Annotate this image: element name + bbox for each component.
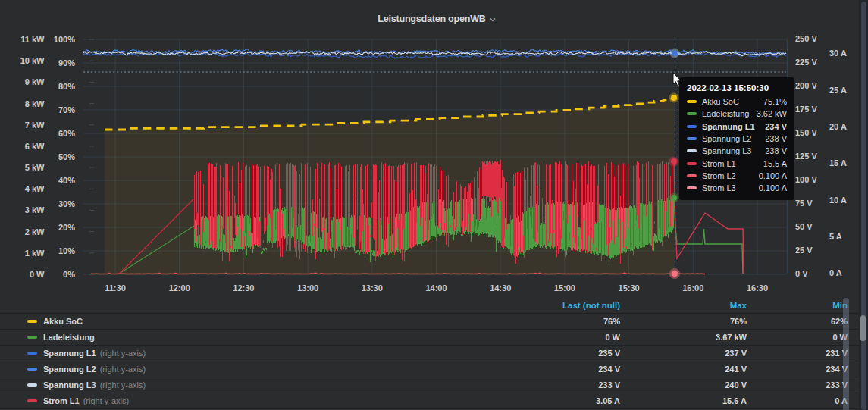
svg-text:5 A: 5 A bbox=[829, 232, 842, 241]
svg-text:0 A: 0 A bbox=[829, 268, 842, 277]
svg-text:13:30: 13:30 bbox=[362, 283, 383, 293]
svg-text:1 kW: 1 kW bbox=[25, 249, 45, 258]
svg-text:20%: 20% bbox=[58, 223, 75, 232]
svg-text:40%: 40% bbox=[58, 176, 75, 185]
svg-text:16:00: 16:00 bbox=[682, 283, 703, 293]
svg-text:11:30: 11:30 bbox=[105, 283, 126, 293]
svg-text:80%: 80% bbox=[58, 82, 75, 91]
svg-text:7 kW: 7 kW bbox=[25, 120, 45, 130]
svg-text:200 V: 200 V bbox=[795, 81, 817, 90]
svg-text:250 V: 250 V bbox=[795, 34, 817, 43]
svg-text:175 V: 175 V bbox=[795, 105, 817, 114]
svg-text:225 V: 225 V bbox=[795, 58, 817, 67]
svg-text:8 kW: 8 kW bbox=[25, 99, 45, 108]
svg-text:90%: 90% bbox=[58, 58, 75, 67]
svg-text:15:30: 15:30 bbox=[619, 283, 640, 293]
svg-text:0%: 0% bbox=[63, 270, 75, 279]
svg-text:6 kW: 6 kW bbox=[25, 142, 45, 151]
svg-text:16:30: 16:30 bbox=[747, 283, 768, 293]
svg-text:25 A: 25 A bbox=[829, 86, 847, 95]
svg-text:15 A: 15 A bbox=[829, 158, 847, 167]
svg-text:100%: 100% bbox=[54, 35, 75, 44]
svg-text:50 V: 50 V bbox=[795, 222, 813, 231]
svg-text:12:30: 12:30 bbox=[233, 283, 254, 293]
svg-text:75 V: 75 V bbox=[795, 199, 813, 208]
svg-text:100 V: 100 V bbox=[795, 175, 817, 184]
svg-text:20 A: 20 A bbox=[829, 122, 847, 131]
svg-text:14:00: 14:00 bbox=[425, 283, 447, 293]
svg-text:125 V: 125 V bbox=[795, 152, 817, 161]
svg-text:150 V: 150 V bbox=[795, 128, 817, 137]
svg-text:15:00: 15:00 bbox=[554, 283, 575, 293]
svg-text:50%: 50% bbox=[58, 152, 75, 161]
svg-text:30%: 30% bbox=[58, 199, 75, 208]
svg-text:11 kW: 11 kW bbox=[20, 35, 45, 44]
svg-text:60%: 60% bbox=[58, 129, 75, 138]
svg-text:2 kW: 2 kW bbox=[25, 227, 45, 236]
svg-text:12:00: 12:00 bbox=[169, 283, 190, 293]
svg-text:5 kW: 5 kW bbox=[25, 163, 45, 172]
svg-text:13:00: 13:00 bbox=[297, 283, 318, 293]
svg-text:25 V: 25 V bbox=[795, 246, 813, 255]
svg-text:4 kW: 4 kW bbox=[25, 184, 45, 193]
svg-text:14:30: 14:30 bbox=[490, 283, 511, 293]
svg-text:30 A: 30 A bbox=[829, 49, 847, 58]
svg-text:0 V: 0 V bbox=[795, 269, 808, 278]
svg-text:70%: 70% bbox=[58, 105, 75, 114]
svg-text:3 kW: 3 kW bbox=[25, 205, 45, 214]
svg-text:9 kW: 9 kW bbox=[25, 77, 45, 86]
svg-text:10%: 10% bbox=[58, 246, 75, 255]
svg-text:0 W: 0 W bbox=[30, 270, 45, 279]
svg-text:10 A: 10 A bbox=[829, 196, 847, 205]
svg-text:10 kW: 10 kW bbox=[20, 56, 45, 65]
